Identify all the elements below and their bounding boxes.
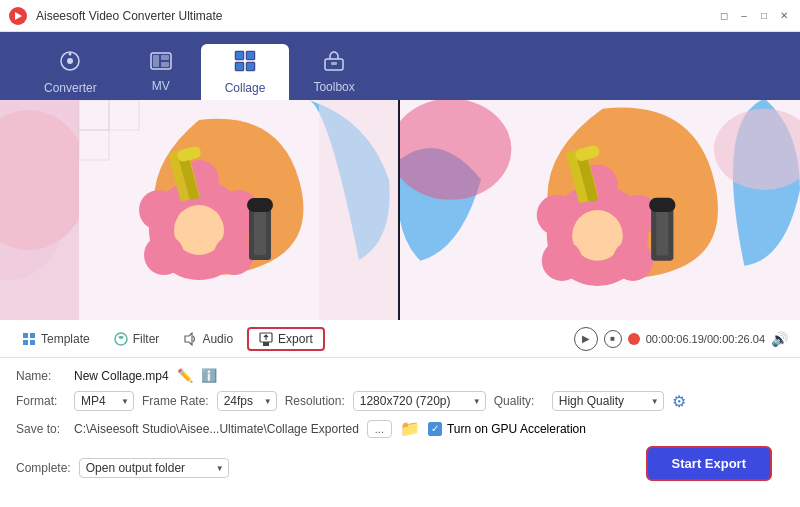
nav-bar: Converter MV Collage (0, 32, 800, 100)
tab-collage[interactable]: Collage (201, 44, 290, 100)
template-btn[interactable]: Template (12, 328, 100, 350)
start-export-btn[interactable]: Start Export (646, 446, 772, 481)
play-btn[interactable]: ▶ (574, 327, 598, 351)
template-icon (22, 332, 36, 346)
resolution-select-wrapper[interactable]: 1280x720 (720p) 1920x1080 (1080p) (353, 391, 486, 411)
svg-rect-59 (30, 333, 35, 338)
audio-icon (183, 332, 197, 346)
export-icon (259, 332, 273, 346)
svg-rect-55 (649, 198, 675, 212)
quality-label: Quality: (494, 394, 544, 408)
svg-rect-58 (23, 333, 28, 338)
app-logo (8, 6, 28, 26)
close-btn[interactable]: ✕ (776, 8, 792, 24)
folder-icon[interactable]: 📁 (400, 419, 420, 438)
collage-icon (234, 50, 256, 77)
svg-rect-15 (247, 63, 254, 70)
audio-btn[interactable]: Audio (173, 328, 243, 350)
svg-point-47 (613, 240, 654, 281)
svg-point-30 (139, 190, 179, 230)
toolbox-icon (323, 51, 345, 76)
format-label: Format: (16, 394, 66, 408)
svg-point-48 (542, 240, 583, 281)
gpu-label: Turn on GPU Acceleration (447, 422, 586, 436)
preview-left-canvas (0, 100, 398, 320)
svg-rect-36 (247, 198, 273, 212)
svg-point-3 (69, 52, 72, 55)
converter-icon (59, 50, 81, 77)
bottom-toolbar: Template Filter Audio Export (0, 320, 800, 358)
saveto-label: Save to: (16, 422, 66, 436)
svg-point-49 (537, 195, 578, 236)
toolbox-label: Toolbox (313, 80, 354, 94)
preview-right-canvas (400, 100, 800, 320)
svg-rect-60 (23, 340, 28, 345)
stop-btn[interactable]: ■ (604, 330, 622, 348)
time-display: 00:00:06.19/00:00:26.04 (646, 333, 765, 345)
saveto-row: Save to: C:\Aiseesoft Studio\Aisee...Ult… (16, 419, 784, 438)
tab-converter[interactable]: Converter (20, 44, 121, 100)
name-value: New Collage.mp4 (74, 369, 169, 383)
minimize-btn[interactable]: – (736, 8, 752, 24)
title-bar: Aiseesoft Video Converter Ultimate ◻ – □… (0, 0, 800, 32)
converter-label: Converter (44, 81, 97, 95)
maximize-btn[interactable]: □ (756, 8, 772, 24)
quality-select[interactable]: High Quality Medium Quality (552, 391, 664, 411)
framerate-select[interactable]: 24fps 30fps 60fps (217, 391, 277, 411)
browse-btn[interactable]: ... (367, 420, 392, 438)
export-btn[interactable]: Export (247, 327, 325, 351)
svg-point-29 (144, 235, 184, 275)
framerate-select-wrapper[interactable]: 24fps 30fps 60fps (217, 391, 277, 411)
app-title: Aiseesoft Video Converter Ultimate (36, 9, 716, 23)
svg-point-2 (67, 58, 73, 64)
playback-controls: ▶ ■ 00:00:06.19/00:00:26.04 🔊 (574, 327, 788, 351)
svg-rect-35 (254, 205, 266, 255)
svg-rect-5 (153, 55, 159, 67)
resolution-select[interactable]: 1280x720 (720p) 1920x1080 (1080p) (353, 391, 486, 411)
info-icon[interactable]: ℹ️ (201, 368, 217, 383)
svg-rect-14 (236, 63, 243, 70)
template-label: Template (41, 332, 90, 346)
mv-icon (150, 52, 172, 75)
svg-rect-12 (236, 52, 243, 59)
saveto-path: C:\Aiseesoft Studio\Aisee...Ultimate\Col… (74, 422, 359, 436)
format-row: Format: MP4 AVI MOV Frame Rate: 24fps 30… (16, 391, 784, 411)
export-label: Export (278, 332, 313, 346)
svg-rect-54 (656, 205, 668, 256)
record-btn[interactable] (628, 333, 640, 345)
name-row: Name: New Collage.mp4 ✏️ ℹ️ (16, 368, 784, 383)
quality-select-wrapper[interactable]: High Quality Medium Quality (552, 391, 664, 411)
format-select-wrapper[interactable]: MP4 AVI MOV (74, 391, 134, 411)
complete-row: Complete: Open output folder Do nothing … (16, 446, 784, 489)
svg-rect-17 (331, 62, 337, 65)
svg-rect-13 (247, 52, 254, 59)
format-select[interactable]: MP4 AVI MOV (74, 391, 134, 411)
restore-btn[interactable]: ◻ (716, 8, 732, 24)
preview-right (400, 100, 800, 320)
preview-area (0, 100, 800, 320)
main-content: Template Filter Audio Export (0, 100, 800, 507)
complete-label: Complete: (16, 461, 71, 475)
svg-rect-61 (30, 340, 35, 345)
tab-toolbox[interactable]: Toolbox (289, 44, 378, 100)
audio-label: Audio (202, 332, 233, 346)
window-controls[interactable]: ◻ – □ ✕ (716, 8, 792, 24)
resolution-label: Resolution: (285, 394, 345, 408)
framerate-label: Frame Rate: (142, 394, 209, 408)
complete-select[interactable]: Open output folder Do nothing (79, 458, 229, 478)
complete-select-wrapper[interactable]: Open output folder Do nothing (79, 458, 229, 478)
mv-label: MV (152, 79, 170, 93)
preview-left (0, 100, 400, 320)
gpu-acceleration-toggle[interactable]: ✓ Turn on GPU Acceleration (428, 422, 586, 436)
settings-panel: Name: New Collage.mp4 ✏️ ℹ️ Format: MP4 … (0, 358, 800, 507)
filter-label: Filter (133, 332, 160, 346)
filter-btn[interactable]: Filter (104, 328, 170, 350)
svg-rect-6 (161, 55, 169, 60)
quality-settings-icon[interactable]: ⚙ (672, 392, 686, 411)
tab-mv[interactable]: MV (121, 44, 201, 100)
filter-icon (114, 332, 128, 346)
volume-icon[interactable]: 🔊 (771, 331, 788, 347)
edit-icon[interactable]: ✏️ (177, 368, 193, 383)
gpu-checkbox[interactable]: ✓ (428, 422, 442, 436)
name-label: Name: (16, 369, 66, 383)
